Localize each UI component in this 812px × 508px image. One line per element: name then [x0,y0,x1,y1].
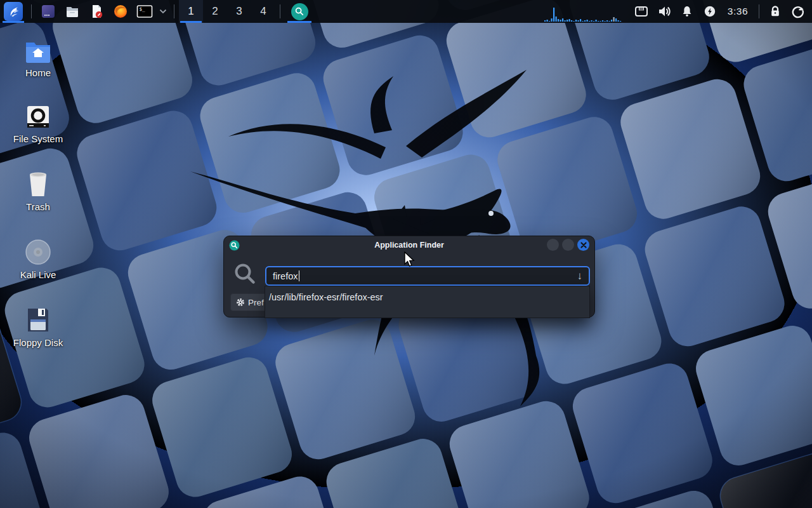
notifications-tray-button[interactable] [676,0,698,23]
optical-disc-icon [5,237,71,265]
preferences-button[interactable]: Pref [230,293,267,311]
completion-popup: /usr/lib/firefox-esr/firefox-esr [265,286,590,318]
launcher-app-window[interactable] [36,0,60,23]
desktop-icon-kali-live[interactable]: Kali Live [5,237,71,280]
chevron-down-icon [159,9,167,14]
workspace-3-button[interactable]: 3 [227,0,251,23]
desktop-icon-label: File System [5,133,71,144]
logout-icon [792,5,805,18]
workspace-label: 1 [188,5,193,18]
search-icon [233,262,257,286]
logout-button[interactable] [787,0,809,23]
search-input-value: firefox [273,271,298,281]
gear-icon [236,298,245,307]
workspace-1-button[interactable]: 1 [179,0,203,23]
lock-screen-button[interactable] [764,0,787,23]
terminal-dropdown-button[interactable] [157,0,169,23]
search-input[interactable]: firefox ↓ [265,266,590,286]
file-manager-icon [65,4,80,19]
volume-tray-button[interactable] [653,0,676,23]
application-finder-icon [291,3,308,20]
preferences-button-label: Pref [248,298,264,307]
close-icon [580,242,587,248]
lock-icon [769,5,782,18]
kali-logo-icon [4,2,23,21]
home-folder-icon [5,36,71,64]
completion-item[interactable]: /usr/lib/firefox-esr/firefox-esr [265,286,589,302]
window-title: Application Finder [224,241,594,250]
text-editor-icon [89,4,104,19]
desktop-icon-label: Trash [5,201,71,212]
text-caret [299,271,300,281]
firefox-icon [113,4,128,19]
power-manager-tray-button[interactable] [698,0,721,23]
desktop-icon-home[interactable]: Home [5,36,71,78]
workspace-4-button[interactable]: 4 [251,0,275,23]
panel-separator [174,4,174,18]
desktop-icon-label: Home [5,67,71,78]
mouse-cursor [403,251,416,268]
desktop-icon-trash[interactable]: Trash [5,170,71,212]
top-panel: $_ 1 2 3 4 [0,0,812,23]
hard-drive-icon [5,102,71,130]
applications-menu-button[interactable] [0,0,27,23]
desktop-icon-label: Kali Live [5,269,71,280]
bell-icon [681,5,693,18]
maximize-button[interactable] [562,239,574,251]
desktop-icon-label: Floppy Disk [5,337,71,348]
desktop-icon-floppy-disk[interactable]: Floppy Disk [5,305,71,348]
floppy-disk-icon [5,305,71,333]
panel-separator [31,4,32,18]
dropdown-arrow-icon[interactable]: ↓ [577,270,583,283]
trash-icon [5,170,71,197]
volume-icon [657,5,671,18]
network-tray-button[interactable] [630,0,653,23]
app-window-icon [41,4,56,19]
cpu-graph[interactable] [544,4,624,23]
panel-separator [280,4,280,18]
desktop-icon-file-system[interactable]: File System [5,102,71,144]
panel-separator [759,4,759,18]
desktop: $_ 1 2 3 4 [0,0,812,508]
svg-text:$_: $_ [140,6,146,12]
launcher-terminal[interactable]: $_ [133,0,157,23]
network-wired-icon [634,5,648,18]
terminal-icon: $_ [136,4,153,19]
workspace-label: 4 [260,5,266,18]
launcher-text-editor[interactable] [84,0,108,23]
taskbar-application-finder-button[interactable] [285,0,314,23]
workspace-label: 2 [212,5,218,18]
minimize-button[interactable] [547,239,559,251]
workspace-label: 3 [236,5,242,18]
power-plug-icon [704,5,716,18]
clock[interactable]: 3:36 [721,6,754,17]
launcher-file-manager[interactable] [60,0,84,23]
workspace-2-button[interactable]: 2 [203,0,227,23]
close-button[interactable] [577,239,589,251]
launcher-firefox[interactable] [108,0,133,23]
